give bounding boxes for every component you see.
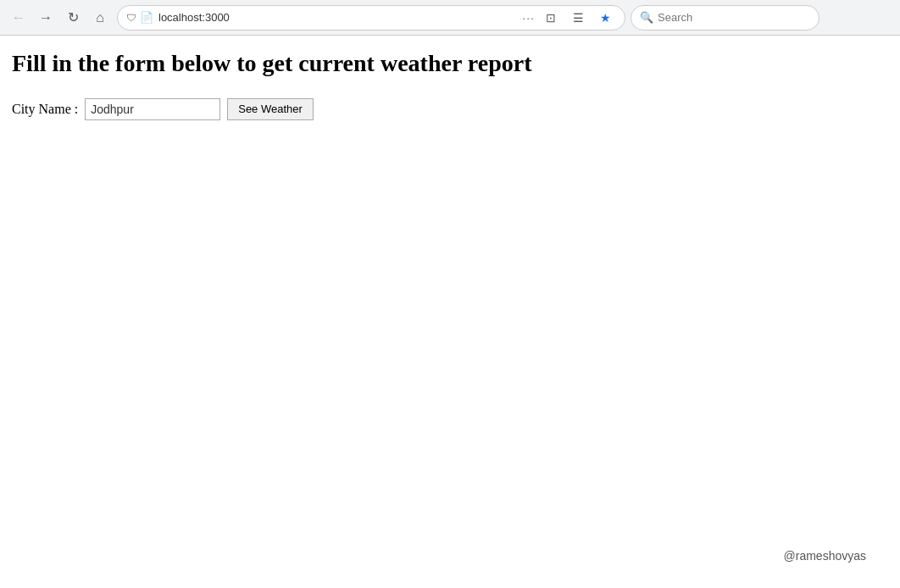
shield-icon: 🛡 bbox=[126, 12, 136, 24]
bookmark-star-icon[interactable]: ★ bbox=[594, 7, 616, 29]
page-icon: 📄 bbox=[140, 11, 153, 24]
address-menu-icon[interactable]: ··· bbox=[522, 11, 535, 25]
home-button[interactable]: ⌂ bbox=[88, 6, 112, 30]
address-bar[interactable]: 🛡 📄 localhost:3000 ··· ⊡ ☰ ★ bbox=[117, 5, 625, 31]
reload-button[interactable]: ↻ bbox=[61, 6, 85, 30]
see-weather-button[interactable]: See Weather bbox=[227, 98, 314, 120]
city-name-input[interactable] bbox=[85, 98, 220, 120]
forward-button[interactable]: → bbox=[34, 6, 58, 30]
page-content: Fill in the form below to get current we… bbox=[0, 36, 900, 588]
address-bar-icons: 🛡 📄 bbox=[126, 11, 153, 24]
footer-credit: @rameshovyas bbox=[784, 549, 866, 563]
back-button[interactable]: ← bbox=[7, 6, 31, 30]
reader-icon[interactable]: ☰ bbox=[567, 7, 589, 29]
pocket-icon[interactable]: ⊡ bbox=[540, 7, 562, 29]
search-bar[interactable]: 🔍 bbox=[631, 5, 819, 31]
page-title: Fill in the form below to get current we… bbox=[12, 49, 888, 78]
search-icon: 🔍 bbox=[640, 11, 653, 24]
city-name-label: City Name : bbox=[12, 102, 78, 117]
weather-form: City Name : See Weather bbox=[12, 98, 888, 120]
url-text: localhost:3000 bbox=[158, 11, 517, 24]
nav-buttons: ← → ↻ ⌂ bbox=[7, 6, 112, 30]
browser-chrome: ← → ↻ ⌂ 🛡 📄 localhost:3000 ··· ⊡ ☰ ★ 🔍 bbox=[0, 0, 900, 36]
search-input[interactable] bbox=[658, 11, 810, 24]
